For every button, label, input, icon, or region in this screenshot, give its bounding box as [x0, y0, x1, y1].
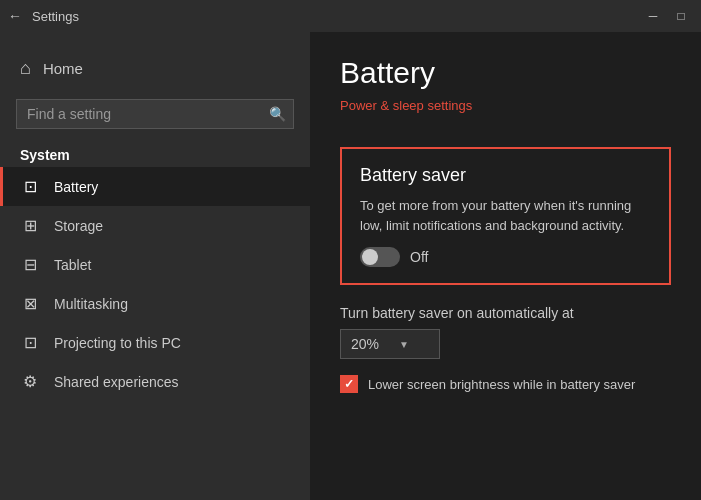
system-section-title: System — [0, 139, 310, 167]
tablet-icon: ⊟ — [20, 255, 40, 274]
auto-turn-on-section: Turn battery saver on automatically at 2… — [340, 305, 671, 359]
sidebar-item-multitasking[interactable]: ⊠ Multitasking — [0, 284, 310, 323]
auto-turn-on-label: Turn battery saver on automatically at — [340, 305, 671, 321]
toggle-knob — [362, 249, 378, 265]
sidebar-item-storage[interactable]: ⊞ Storage — [0, 206, 310, 245]
search-box: 🔍 — [16, 99, 294, 129]
search-input[interactable] — [16, 99, 294, 129]
sidebar-item-battery[interactable]: ⊡ Battery — [0, 167, 310, 206]
window-title: Settings — [32, 9, 79, 24]
back-button[interactable]: ← — [8, 8, 22, 24]
sidebar-item-tablet[interactable]: ⊟ Tablet — [0, 245, 310, 284]
home-icon: ⌂ — [20, 58, 31, 79]
projecting-icon: ⊡ — [20, 333, 40, 352]
storage-icon: ⊞ — [20, 216, 40, 235]
page-title: Battery — [340, 56, 671, 90]
multitasking-icon: ⊠ — [20, 294, 40, 313]
sidebar: ⌂ Home 🔍 System ⊡ Battery ⊞ Storage ⊟ Ta… — [0, 32, 310, 500]
title-bar: ← Settings ─ □ — [0, 0, 701, 32]
battery-saver-toggle-row: Off — [360, 247, 651, 267]
minimize-button[interactable]: ─ — [641, 6, 665, 26]
toggle-state-label: Off — [410, 249, 428, 265]
sidebar-item-label-multitasking: Multitasking — [54, 296, 128, 312]
home-label: Home — [43, 60, 83, 77]
battery-saver-description: To get more from your battery when it's … — [360, 196, 651, 235]
percentage-dropdown[interactable]: 20% ▼ — [340, 329, 440, 359]
brightness-checkbox-row: ✓ Lower screen brightness while in batte… — [340, 375, 671, 393]
battery-saver-toggle[interactable] — [360, 247, 400, 267]
sidebar-item-label-projecting: Projecting to this PC — [54, 335, 181, 351]
brightness-checkbox[interactable]: ✓ — [340, 375, 358, 393]
content-panel: Battery Power & sleep settings Battery s… — [310, 32, 701, 500]
window-controls: ─ □ — [641, 6, 693, 26]
search-icon: 🔍 — [269, 106, 286, 122]
maximize-button[interactable]: □ — [669, 6, 693, 26]
sidebar-item-label-tablet: Tablet — [54, 257, 91, 273]
sidebar-item-shared[interactable]: ⚙ Shared experiences — [0, 362, 310, 401]
battery-icon: ⊡ — [20, 177, 40, 196]
shared-icon: ⚙ — [20, 372, 40, 391]
chevron-down-icon: ▼ — [399, 339, 409, 350]
dropdown-value: 20% — [351, 336, 379, 352]
main-layout: ⌂ Home 🔍 System ⊡ Battery ⊞ Storage ⊟ Ta… — [0, 32, 701, 500]
checkmark-icon: ✓ — [344, 377, 354, 391]
sidebar-item-label-battery: Battery — [54, 179, 98, 195]
sidebar-item-label-storage: Storage — [54, 218, 103, 234]
battery-saver-title: Battery saver — [360, 165, 651, 186]
power-sleep-link[interactable]: Power & sleep settings — [340, 98, 472, 113]
brightness-label: Lower screen brightness while in battery… — [368, 377, 635, 392]
home-nav-item[interactable]: ⌂ Home — [0, 48, 310, 89]
sidebar-item-label-shared: Shared experiences — [54, 374, 179, 390]
battery-saver-card: Battery saver To get more from your batt… — [340, 147, 671, 285]
sidebar-item-projecting[interactable]: ⊡ Projecting to this PC — [0, 323, 310, 362]
